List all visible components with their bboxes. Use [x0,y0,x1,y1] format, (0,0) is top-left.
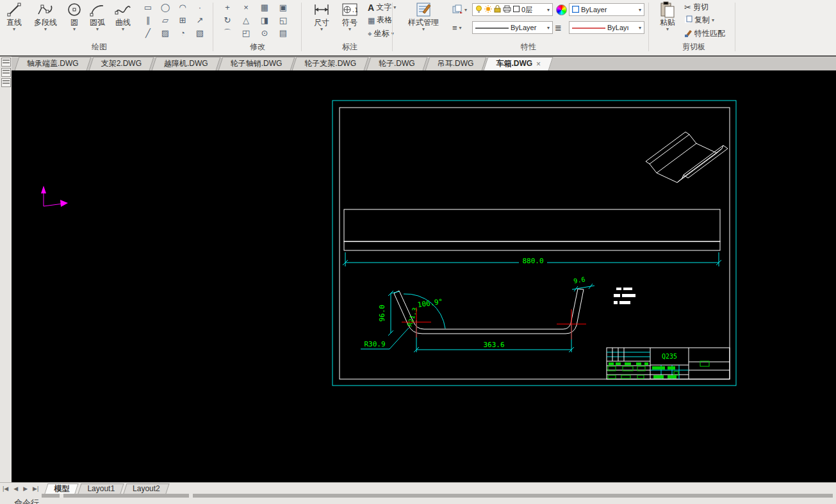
side-toolbar-icon-2[interactable] [1,68,11,77]
side-toolbar [0,56,12,482]
layout-tab-bar: |◀ ◀ ▶ ▶| 模型 Layout1 Layout2 [0,482,836,494]
block-icon[interactable]: ⊞ [174,14,191,26]
copy-button[interactable]: 复制 ▾ [684,15,714,26]
erase-icon[interactable]: ⊙ [256,27,273,39]
symbol-icon: .1 [341,1,358,18]
match-properties-button[interactable]: 特性匹配 [684,28,725,39]
dimension-icon [313,1,330,18]
arc-tool-button[interactable]: 圆弧 ▾ [85,0,110,40]
rectangle-icon[interactable]: ▭ [140,1,156,13]
list-button[interactable]: ≡ ▾ [452,23,462,33]
side-toolbar-icon-1[interactable] [1,58,11,67]
linetype-dropdown[interactable]: ByLayer ▾ [472,21,553,34]
draw-panel-label: 绘图 [38,41,160,53]
cut-button[interactable]: ✂ 剪切 [684,2,709,13]
prev-tab-arrow-icon[interactable]: ◀ [11,485,20,492]
scissors-icon: ✂ [684,3,691,12]
last-tab-arrow-icon[interactable]: ▶| [30,485,41,492]
stretch-icon[interactable]: ◰ [238,27,254,39]
modify-tools-grid: + × ▦ ▣ ↻ △ ◨ ◱ ⌒ ◰ ⊙ ▤ [219,1,295,40]
panel-divider [301,3,302,51]
ellipse-icon[interactable]: ◯ [157,1,174,13]
hatch-icon[interactable]: ▨ [157,27,174,39]
file-tab-6[interactable]: 轮子.DWG [368,57,425,70]
file-tab-2[interactable]: 支架2.DWG [91,57,152,70]
next-tab-arrow-icon[interactable]: ▶ [20,485,30,492]
menu-icon: ≡ [452,23,457,33]
spline-tool-button[interactable]: 曲线 ▾ [110,0,136,40]
file-tab-5[interactable]: 轮子支架.DWG [294,57,366,70]
point-icon[interactable]: · [192,1,208,13]
layer-color-swatch [513,6,520,13]
offset-icon[interactable]: ◨ [256,14,273,26]
color-wheel-icon[interactable] [556,4,567,15]
scrollbar-segment[interactable] [193,494,833,498]
close-icon[interactable]: × [536,60,541,69]
table-tool[interactable]: ▦ 表格 [368,15,392,26]
svg-text:.1: .1 [352,8,358,13]
mirror-icon[interactable]: △ [238,14,254,26]
file-tab-3[interactable]: 越障机.DWG [154,57,218,70]
scale-icon[interactable]: ◱ [275,14,291,26]
layout1-tab[interactable]: Layout1 [79,484,122,494]
edit-polyline-icon[interactable]: ▤ [275,27,291,39]
text-icon: A [368,3,374,13]
polyline-tool-button[interactable]: 多段线 ▾ [27,0,64,40]
symbol-button[interactable]: .1 符号 ▾ [337,0,363,40]
side-toolbar-icon-3[interactable] [1,78,11,87]
dim-880: 880.0 [343,252,721,266]
fillet-icon[interactable]: ⌒ [219,27,236,39]
ucs-icon [41,186,68,207]
copy-icon [684,15,693,26]
dim-r30-label: R30.9 [364,340,385,348]
annotation-scale-button[interactable]: ▾ [452,4,467,15]
revision-cloud-icon[interactable]: ◔ [174,27,191,39]
line-tool-button[interactable]: 直线 ▾ [3,0,26,40]
move-icon[interactable]: + [219,1,236,13]
circle-tool-button[interactable]: 圆 ▾ [64,0,85,40]
arc-icon [90,1,105,18]
file-tab-1[interactable]: 轴承端盖.DWG [17,57,89,70]
panel-divider [648,3,649,51]
array-icon[interactable]: ▦ [256,1,273,13]
file-tab-active[interactable]: 车箱.DWG × [486,57,551,70]
dim-angle-label: 106.9° [417,297,443,309]
plot-style-dropdown[interactable]: ByLayı ▾ [569,21,644,34]
dim-96-flange: 9.6 [572,276,594,291]
model-tab[interactable]: 模型 [46,484,77,494]
file-tab-4[interactable]: 轮子轴销.DWG [220,57,293,70]
lineweight-icon[interactable]: ≣ [555,23,561,33]
draw-extra-tools-grid: ▭ ◯ ◠ · ∥ ▱ ⊞ ↗ ╱ ▨ ◔ ▧ [140,1,211,40]
style-manager-button[interactable]: 样式管理 ▾ [401,0,446,40]
construction-line-icon[interactable]: ╱ [140,27,156,39]
gradient-icon[interactable]: ▧ [192,27,208,39]
paste-button[interactable]: 粘贴 ▾ [655,0,680,40]
layout2-tab[interactable]: Layout2 [125,484,168,494]
file-tab-7[interactable]: 吊耳.DWG [427,57,484,70]
layer-dropdown[interactable]: 0层 ▾ [472,3,553,16]
arc-segment-icon[interactable]: ◠ [174,1,191,13]
trim-icon[interactable]: × [238,1,254,13]
tech-note-marks [614,288,635,304]
dim-363: 363.6 [414,320,574,352]
linetype-sample [475,24,509,31]
panel-divider [735,3,735,51]
material-label: Q235 [662,353,677,360]
coordinate-tool[interactable]: ⌖ 坐标 ▾ [368,28,394,39]
command-window-edge: 命令行 [0,494,836,504]
drawing-canvas[interactable]: 880.0 96.0 106.9° R21.3 [12,70,836,482]
title-block: Q235 [607,348,730,379]
spline-icon [115,1,131,18]
rotate-icon[interactable]: ↻ [219,14,236,26]
region-icon[interactable]: ▱ [157,14,174,26]
dimension-button[interactable]: 尺寸 ▾ [309,0,334,40]
scrollbar-segment[interactable] [63,494,189,498]
explode-icon[interactable]: ▣ [275,1,291,13]
ray-icon[interactable]: ↗ [192,14,208,26]
top-view [344,209,720,250]
first-tab-arrow-icon[interactable]: |◀ [0,485,11,492]
scrollbar-segment[interactable] [42,494,60,498]
object-color-dropdown[interactable]: ByLayer ▾ [569,3,644,16]
parallel-icon[interactable]: ∥ [140,14,156,26]
plot-style-sample [572,24,605,31]
